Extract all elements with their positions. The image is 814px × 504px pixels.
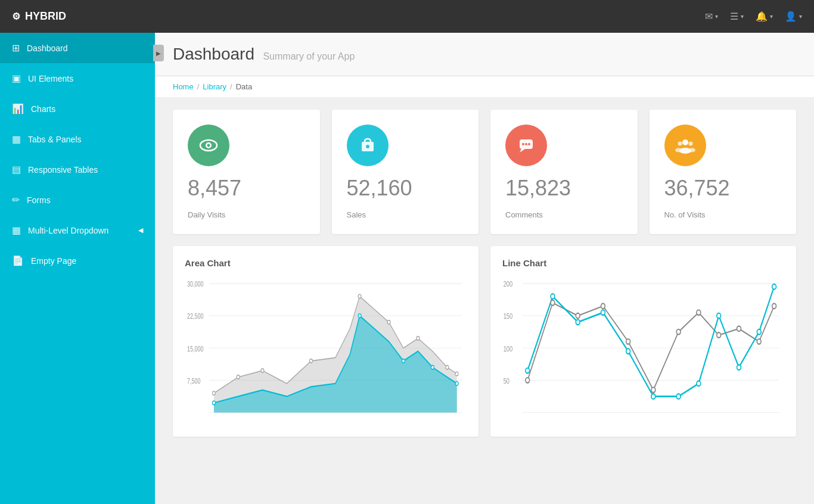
stat-card-sales: 52,160 Sales — [332, 110, 479, 234]
svg-point-64 — [626, 349, 630, 354]
stat-number-no-of-visits: 36,752 — [664, 176, 782, 201]
navbar-right: ✉ ▾ ☰ ▾ 🔔 ▾ 👤 ▾ — [705, 11, 802, 22]
menu-icon: ☰ — [730, 11, 738, 22]
svg-text:15,000: 15,000 — [187, 344, 204, 353]
sidebar-item-empty-page[interactable]: 📄 Empty Page — [0, 245, 155, 276]
svg-point-26 — [237, 375, 240, 379]
bell-button[interactable]: 🔔 ▾ — [756, 11, 773, 22]
svg-point-56 — [717, 332, 721, 338]
stat-number-sales: 52,160 — [347, 176, 464, 201]
svg-point-50 — [576, 313, 580, 319]
svg-point-28 — [310, 359, 313, 363]
svg-point-67 — [697, 381, 701, 386]
user-icon: 👤 — [785, 11, 797, 22]
line-chart-container: 200 150 100 50 — [502, 277, 784, 432]
line-chart-svg: 200 150 100 50 — [502, 277, 784, 432]
svg-point-4 — [366, 145, 369, 148]
sidebar-item-forms[interactable]: ✏ Forms — [0, 185, 155, 215]
svg-point-58 — [757, 339, 761, 344]
svg-marker-6 — [520, 149, 525, 153]
ui-elements-icon: ▣ — [12, 73, 21, 84]
svg-text:200: 200 — [504, 280, 513, 288]
stat-label-no-of-visits: No. of Visits — [664, 210, 782, 219]
breadcrumb-library[interactable]: Library — [203, 82, 226, 91]
sidebar-item-responsive-tables[interactable]: ▤ Responsive Tables — [0, 154, 155, 185]
svg-point-14 — [675, 148, 682, 153]
svg-point-8 — [525, 143, 527, 145]
tables-icon: ▤ — [12, 164, 21, 175]
brand-name: HYBRID — [25, 10, 66, 23]
svg-point-62 — [576, 320, 580, 325]
stat-icon-sales — [347, 125, 389, 166]
svg-point-70 — [757, 329, 761, 335]
stat-label-daily-visits: Daily Visits — [188, 210, 305, 219]
main-container: ▶ ⊞ Dashboard ▣ UI Elements 📊 Charts ▦ T… — [0, 33, 814, 504]
sidebar-item-multi-level[interactable]: ▦ Multi-Level Dropdown ◀ — [0, 215, 155, 245]
svg-point-65 — [651, 394, 655, 399]
svg-point-27 — [261, 369, 264, 373]
svg-point-33 — [455, 372, 458, 376]
menu-caret: ▾ — [741, 13, 744, 20]
stat-card-daily-visits: 8,457 Daily Visits — [173, 110, 320, 234]
stat-icon-no-of-visits — [664, 125, 706, 166]
stat-card-comments: 15,823 Comments — [490, 110, 638, 234]
sidebar-item-dashboard[interactable]: ⊞ Dashboard — [0, 33, 155, 63]
svg-text:7,500: 7,500 — [187, 377, 201, 385]
svg-text:150: 150 — [504, 312, 513, 320]
brand: ⚙ HYBRID — [12, 10, 66, 23]
sidebar-toggle[interactable]: ▶ — [153, 45, 164, 61]
email-icon: ✉ — [705, 11, 713, 22]
svg-point-55 — [697, 310, 701, 315]
svg-point-25 — [212, 391, 215, 396]
svg-point-68 — [717, 313, 721, 319]
multi-level-arrow: ◀ — [138, 226, 143, 234]
sidebar-item-charts[interactable]: 📊 Charts — [0, 94, 155, 124]
svg-point-69 — [737, 365, 741, 370]
charts-grid: Area Chart 30,000 22,500 15,000 7,500 — [155, 246, 814, 449]
svg-point-29 — [358, 294, 361, 298]
stat-label-comments: Comments — [505, 210, 623, 219]
charts-icon: 📊 — [12, 103, 24, 114]
gear-icon: ⚙ — [12, 11, 20, 22]
svg-point-60 — [526, 368, 530, 374]
svg-point-54 — [676, 329, 681, 335]
content-area: Dashboard Summary of your App Home / Lib… — [155, 33, 814, 504]
sidebar-label-tables: Responsive Tables — [28, 165, 98, 175]
svg-point-49 — [551, 300, 555, 306]
svg-text:22,500: 22,500 — [187, 312, 204, 321]
dashboard-icon: ⊞ — [12, 42, 20, 54]
breadcrumb-home[interactable]: Home — [173, 82, 194, 91]
page-title: Dashboard — [173, 45, 254, 63]
stat-label-sales: Sales — [347, 210, 464, 219]
email-button[interactable]: ✉ ▾ — [705, 11, 718, 22]
tabs-icon: ▦ — [12, 133, 21, 145]
menu-button[interactable]: ☰ ▾ — [730, 11, 744, 22]
sidebar-label-tabs: Tabs & Panels — [28, 135, 82, 144]
svg-point-71 — [772, 284, 776, 290]
svg-point-57 — [737, 326, 741, 331]
svg-point-9 — [528, 143, 530, 145]
sidebar-label-charts: Charts — [31, 104, 55, 114]
sidebar-item-ui-elements[interactable]: ▣ UI Elements — [0, 63, 155, 94]
bell-icon: 🔔 — [756, 11, 768, 22]
stat-number-daily-visits: 8,457 — [188, 176, 305, 201]
svg-point-37 — [431, 365, 434, 369]
svg-point-48 — [526, 378, 530, 383]
sidebar-item-tabs-panels[interactable]: ▦ Tabs & Panels — [0, 124, 155, 154]
page-subtitle: Summary of your App — [263, 51, 355, 61]
svg-point-13 — [688, 142, 692, 146]
breadcrumb-current: Data — [236, 82, 252, 91]
stat-icon-daily-visits — [188, 125, 229, 166]
area-chart-container: 30,000 22,500 15,000 7,500 — [185, 277, 467, 432]
user-button[interactable]: 👤 ▾ — [785, 11, 802, 22]
line-chart-title: Line Chart — [502, 258, 784, 268]
svg-point-7 — [522, 143, 524, 145]
stat-card-no-of-visits: 36,752 No. of Visits — [650, 110, 797, 234]
svg-point-66 — [676, 394, 681, 399]
bell-caret: ▾ — [770, 13, 773, 20]
page-header: Dashboard Summary of your App — [155, 33, 814, 76]
sidebar: ▶ ⊞ Dashboard ▣ UI Elements 📊 Charts ▦ T… — [0, 33, 155, 504]
user-caret: ▾ — [799, 13, 802, 20]
svg-point-63 — [601, 310, 605, 315]
svg-point-32 — [446, 365, 449, 369]
